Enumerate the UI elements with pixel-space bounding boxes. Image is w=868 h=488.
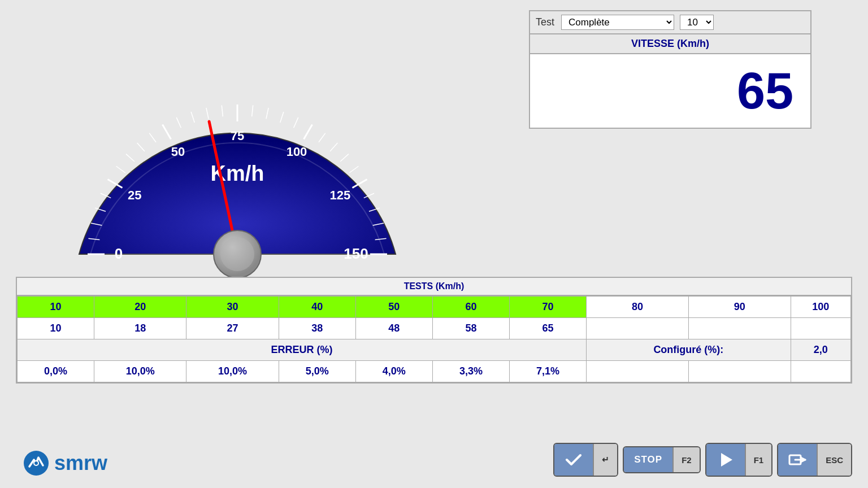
bottom-bar: ↵ STOP F2 F1 ESC [553,443,852,477]
error-cell [688,361,791,382]
svg-line-24 [304,125,313,140]
error-cell: 0,0% [18,361,94,382]
svg-line-9 [126,154,134,162]
exit-btn-group: ESC [777,443,852,477]
test-row: Test Complète 10 [530,11,810,34]
exit-button[interactable] [778,444,817,476]
svg-text:125: 125 [330,188,351,202]
header-cell: 80 [587,297,689,318]
exit-key[interactable]: ESC [817,444,851,476]
confirm-key[interactable]: ↵ [593,444,617,476]
svg-line-11 [149,133,156,142]
measured-cell: 65 [509,318,586,339]
svg-line-12 [163,125,171,140]
svg-text:0: 0 [115,245,123,262]
svg-line-27 [330,143,337,151]
svg-text:75: 75 [231,129,244,143]
table-title: TESTS (Km/h) [404,281,465,291]
error-cell: 5,0% [279,361,355,382]
measured-cell: 27 [186,318,279,339]
svg-text:150: 150 [344,245,368,262]
header-cell: 60 [432,297,509,318]
vitesse-label-row: VITESSE (Km/h) [530,34,810,54]
error-label-cell: ERREUR (%) [18,339,587,361]
measured-cell: 18 [94,318,186,339]
configured-label-cell: Configuré (%): [587,339,791,361]
svg-line-22 [280,112,284,123]
confirm-button[interactable] [554,444,593,476]
svg-line-21 [266,108,268,119]
measured-cell: 38 [279,318,355,339]
svg-line-29 [349,166,358,173]
header-cell: 20 [94,297,186,318]
play-key[interactable]: F1 [745,444,772,476]
stop-key[interactable]: F2 [672,447,700,472]
speedometer-svg: 0255075100125150 Km/h [45,11,429,282]
svg-line-15 [191,112,194,123]
svg-line-8 [116,166,125,173]
knob-inner [220,237,254,271]
test-label: Test [536,16,554,28]
vitesse-value-row: 65 [530,54,810,128]
measured-cell [587,318,689,339]
header-cell: 100 [791,297,850,318]
vitesse-value: 65 [737,66,793,116]
header-cell: 50 [355,297,432,318]
stop-btn-group: STOP F2 [623,446,701,473]
error-cell: 7,1% [509,361,586,382]
play-button[interactable] [706,444,745,476]
svg-line-28 [340,154,349,162]
test-mode-select[interactable]: Complète [561,15,674,30]
stop-button[interactable]: STOP [624,447,672,472]
svg-line-14 [176,117,181,128]
smrw-icon [23,450,50,477]
error-cell: 4,0% [355,361,432,382]
confirm-btn-group: ↵ [553,443,618,477]
svg-text:100: 100 [287,145,307,159]
svg-line-20 [252,105,253,116]
tests-table: 10203040506070809010010182738485865ERREU… [17,296,851,382]
header-cell: 40 [279,297,355,318]
error-cell [791,361,850,382]
tests-table-container: TESTS (Km/h) 102030405060708090100101827… [16,277,852,384]
measured-cell: 58 [432,318,509,339]
configured-value-cell: 2,0 [791,339,850,361]
test-number-select[interactable]: 10 [680,15,714,30]
svg-line-23 [294,117,298,128]
error-cell: 10,0% [94,361,186,382]
measured-cell: 48 [355,318,432,339]
measured-cell [791,318,850,339]
header-cell: 30 [186,297,279,318]
svg-text:50: 50 [171,145,185,159]
svg-marker-39 [721,453,732,467]
error-cell: 10,0% [186,361,279,382]
header-cell: 10 [18,297,94,318]
svg-point-44 [34,461,38,465]
header-cell: 90 [688,297,791,318]
measured-cell: 10 [18,318,94,339]
measured-cell [688,318,791,339]
top-panel: Test Complète 10 VITESSE (Km/h) 65 [529,10,811,129]
error-cell: 3,3% [432,361,509,382]
svg-line-26 [319,133,326,142]
logo: smrw [23,450,107,477]
svg-line-10 [137,143,145,151]
svg-text:25: 25 [128,188,141,202]
speedometer: 0255075100125150 Km/h [45,11,429,282]
error-cell [587,361,689,382]
play-btn-group: F1 [705,443,773,477]
svg-line-17 [222,105,223,116]
vitesse-label: VITESSE (Km/h) [631,38,709,49]
table-title-row: TESTS (Km/h) [17,278,851,296]
header-cell: 70 [509,297,586,318]
logo-text: smrw [54,451,107,475]
svg-line-16 [206,108,209,119]
